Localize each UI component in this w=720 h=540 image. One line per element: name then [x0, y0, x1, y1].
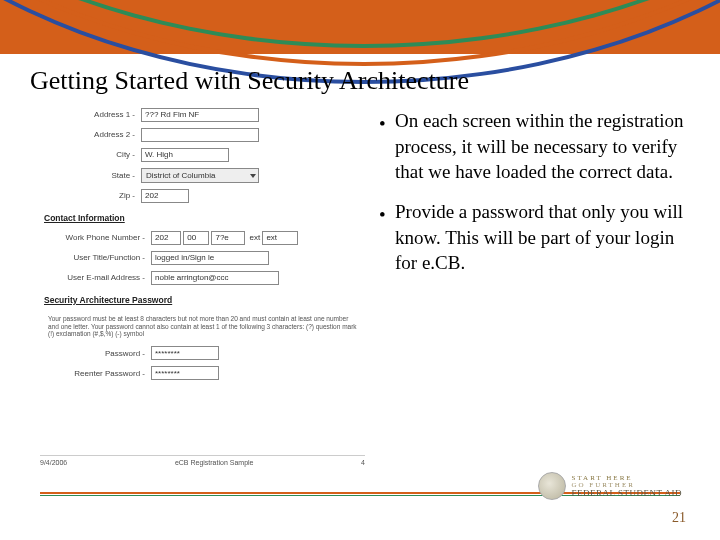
password-header: Security Architecture Password — [44, 295, 365, 307]
address2-field[interactable] — [141, 128, 259, 142]
state-value: District of Columbia — [146, 170, 215, 181]
phone-ext-label: ext — [249, 232, 260, 243]
contact-header: Contact Information — [44, 213, 365, 225]
address1-field[interactable]: ??? Rd Flm NF — [141, 108, 259, 122]
phone-area[interactable]: 202 — [151, 231, 181, 245]
password-field[interactable]: ******** — [151, 346, 219, 360]
email-label: User E-mail Address - — [40, 272, 151, 283]
bullet-text: Provide a password that only you will kn… — [395, 199, 690, 276]
fsa-logo-block: START HERE GO FURTHER FEDERAL STUDENT AI… — [538, 472, 683, 500]
bullet-column: • On each screen within the registration… — [379, 108, 690, 460]
form-screenshot: Address 1 - ??? Rd Flm NF Address 2 - Ci… — [40, 108, 365, 468]
brand-line3: FEDERAL STUDENT AID — [572, 489, 683, 498]
state-select[interactable]: District of Columbia — [141, 168, 259, 183]
bullet-dot: • — [379, 108, 395, 185]
city-label: City - — [40, 149, 141, 160]
job-title-label: User Title/Function - — [40, 252, 151, 263]
phone-label: Work Phone Number - — [40, 232, 151, 243]
reenter-password-label: Reenter Password - — [40, 368, 151, 379]
address1-label: Address 1 - — [40, 109, 141, 120]
zip-field[interactable]: 202 — [141, 189, 189, 203]
reenter-password-field[interactable]: ******** — [151, 366, 219, 380]
bullet-dot: • — [379, 199, 395, 276]
fsa-text: START HERE GO FURTHER FEDERAL STUDENT AI… — [572, 475, 683, 498]
form-footer-title: eCB Registration Sample — [175, 458, 254, 468]
job-title-field[interactable]: logged in/Sign le — [151, 251, 269, 265]
password-note: Your password must be at least 8 charact… — [40, 313, 365, 346]
form-footer-page: 4 — [361, 458, 365, 468]
chevron-down-icon — [250, 174, 256, 178]
bullet-item: • On each screen within the registration… — [379, 108, 690, 185]
password-label: Password - — [40, 348, 151, 359]
seal-icon — [538, 472, 566, 500]
phone-ext[interactable]: ext — [262, 231, 298, 245]
bullet-text: On each screen within the registration p… — [395, 108, 690, 185]
city-field[interactable]: W. High — [141, 148, 229, 162]
form-footer: 9/4/2006 eCB Registration Sample 4 — [40, 455, 365, 468]
phone-prefix[interactable]: 00 — [183, 231, 209, 245]
address2-label: Address 2 - — [40, 129, 141, 140]
slide: Getting Started with Security Architectu… — [0, 0, 720, 540]
phone-line[interactable]: 7?e — [211, 231, 245, 245]
form-footer-date: 9/4/2006 — [40, 458, 67, 468]
state-label: State - — [40, 170, 141, 181]
zip-label: Zip - — [40, 190, 141, 201]
page-number: 21 — [672, 510, 686, 526]
bullet-item: • Provide a password that only you will … — [379, 199, 690, 276]
slide-title: Getting Started with Security Architectu… — [30, 66, 700, 96]
content-area: Address 1 - ??? Rd Flm NF Address 2 - Ci… — [40, 108, 690, 460]
email-field[interactable]: noble arrington@ccc — [151, 271, 279, 285]
